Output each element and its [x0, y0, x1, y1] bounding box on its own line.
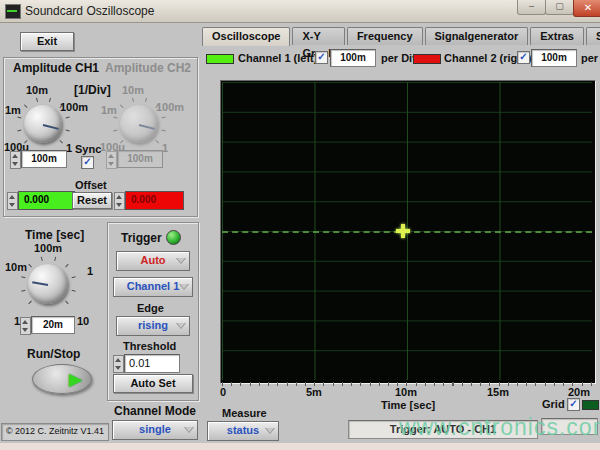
- channel2-checkbox[interactable]: ✓: [517, 51, 530, 64]
- amplitude-ch1-title: Amplitude CH1: [13, 61, 99, 75]
- channel1-per-div-value[interactable]: 100m: [330, 49, 376, 67]
- minimize-icon: –: [529, 1, 534, 11]
- check-icon: ✓: [569, 398, 577, 409]
- trigger-panel: Trigger Auto Channel 1 Edge rising Thres…: [107, 222, 199, 401]
- knob-needle: [139, 124, 155, 130]
- dropdown-arrow-icon: [184, 427, 194, 433]
- offset-ch1-spinner[interactable]: [7, 192, 18, 210]
- threshold-spinner[interactable]: [113, 355, 124, 373]
- time-value[interactable]: 20m: [31, 316, 75, 334]
- channel-mode-dropdown[interactable]: single: [112, 420, 198, 440]
- grid-label: Grid: [542, 398, 565, 410]
- dropdown-arrow-icon: [179, 284, 189, 290]
- x-tick-0: 0: [220, 386, 226, 398]
- grid-color-swatch: [582, 400, 599, 410]
- x-tick-20m: 20m: [568, 386, 590, 398]
- measure-value: status: [227, 424, 259, 436]
- ch1-amplitude-spinner[interactable]: [10, 151, 21, 169]
- minimize-button[interactable]: –: [517, 0, 546, 15]
- play-icon: ▶: [69, 369, 82, 390]
- time-spinner[interactable]: [20, 317, 31, 335]
- tab-signalgenerator[interactable]: Signalgenerator: [425, 27, 529, 45]
- channel2-per-div-label: per Div: [581, 52, 600, 64]
- threshold-value[interactable]: 0.01: [124, 354, 180, 373]
- trigger-source-dropdown[interactable]: Channel 1: [113, 277, 193, 297]
- time-scale-10: 10: [77, 315, 89, 327]
- dropdown-arrow-icon: [176, 323, 186, 329]
- tab-settings[interactable]: Settings: [586, 27, 600, 45]
- offset-reset-button[interactable]: Reset: [72, 192, 112, 209]
- version-text: © 2012 C. Zeitnitz V1.41: [1, 423, 109, 441]
- amplitude-panel: Amplitude CH1 Amplitude CH2 [1/Div] 10m …: [3, 57, 198, 217]
- x-tick-10m: 10m: [395, 386, 417, 398]
- scope-cursor[interactable]: [396, 224, 410, 238]
- edge-label: Edge: [137, 302, 164, 314]
- run-stop-button[interactable]: ▶: [32, 364, 92, 394]
- time-title: Time [sec]: [25, 228, 84, 242]
- x-tick-15m: 15m: [487, 386, 509, 398]
- grid-checkbox[interactable]: ✓: [567, 398, 580, 411]
- channel2-color-swatch: [413, 54, 441, 64]
- measure-label: Measure: [222, 407, 267, 419]
- channel2-per-div-value[interactable]: 100m: [531, 49, 577, 67]
- auto-set-button[interactable]: Auto Set: [113, 374, 193, 393]
- offset-label: Offset: [75, 179, 107, 191]
- app-icon: [5, 4, 21, 19]
- trigger-led-icon: [166, 230, 181, 245]
- tab-extras[interactable]: Extras: [530, 27, 584, 45]
- scope-screen: [222, 82, 592, 380]
- ch2-amplitude-value: 100m: [117, 150, 163, 168]
- measure-dropdown[interactable]: status: [207, 421, 279, 441]
- trigger-mode-dropdown[interactable]: Auto: [116, 251, 190, 271]
- trigger-mode-value: Auto: [140, 254, 165, 266]
- channel-mode-value: single: [139, 423, 171, 435]
- offset-ch1-value[interactable]: 0.000: [18, 191, 75, 210]
- check-icon: ✓: [83, 156, 91, 167]
- sync-checkbox[interactable]: ✓: [81, 156, 94, 169]
- maximize-icon: ▢: [555, 1, 564, 11]
- ch1-scale-10m: 10m: [26, 84, 48, 96]
- channel-mode-label: Channel Mode: [114, 404, 196, 418]
- ch1-amplitude-value[interactable]: 100m: [21, 150, 67, 168]
- x-axis-title: Time [sec]: [381, 399, 435, 411]
- ch2-scale-100m: 100m: [156, 101, 184, 113]
- scope-display: [220, 80, 596, 384]
- channel1-label: Channel 1 (left): [238, 52, 317, 64]
- tab-frequency[interactable]: Frequency: [347, 27, 423, 45]
- ch2-scale-1m: 1m: [101, 104, 117, 116]
- per-div-unit-label: [1/Div]: [74, 83, 111, 97]
- x-tick-5m: 5m: [306, 386, 322, 398]
- exit-button[interactable]: Exit: [20, 32, 74, 51]
- knob-needle: [32, 281, 48, 286]
- ch1-scale-100m: 100m: [60, 101, 88, 113]
- time-knob[interactable]: [22, 258, 74, 310]
- run-stop-label: Run/Stop: [27, 347, 80, 361]
- tab-oscilloscope[interactable]: Oscilloscope: [202, 27, 290, 46]
- dropdown-arrow-icon: [265, 428, 275, 434]
- close-button[interactable]: ✕: [573, 0, 600, 17]
- window-bottom-border: [0, 443, 600, 450]
- tab-xy-graph[interactable]: X-Y Graph: [292, 27, 344, 45]
- trigger-edge-value: rising: [138, 319, 168, 331]
- channel1-checkbox[interactable]: ✓: [315, 51, 328, 64]
- offset-ch2-value[interactable]: 0.000: [125, 191, 184, 210]
- trigger-source-value: Channel 1: [127, 280, 180, 292]
- ch2-scale-10m: 10m: [122, 84, 144, 96]
- ch2-amplitude-spinner: [106, 151, 117, 169]
- close-icon: ✕: [584, 2, 592, 13]
- trigger-title: Trigger: [121, 231, 162, 245]
- tab-bar: Oscilloscope X-Y Graph Frequency Signalg…: [202, 27, 600, 46]
- trigger-edge-dropdown[interactable]: rising: [116, 316, 190, 336]
- sync-label: Sync: [75, 143, 101, 155]
- offset-ch2-spinner[interactable]: [114, 192, 125, 210]
- channel1-color-swatch: [206, 54, 234, 64]
- ch1-scale-1m: 1m: [5, 104, 21, 116]
- watermark-text: www.cntronics.com: [399, 414, 600, 441]
- app-window: Soundcard Oszilloscope – ▢ ✕ Exit Amplit…: [0, 0, 600, 450]
- check-icon: ✓: [519, 51, 527, 62]
- maximize-button[interactable]: ▢: [545, 0, 574, 15]
- dropdown-arrow-icon: [176, 258, 186, 264]
- time-scale-100m: 100m: [34, 242, 62, 254]
- time-scale-10m: 10m: [5, 261, 27, 273]
- knob-needle: [43, 124, 59, 130]
